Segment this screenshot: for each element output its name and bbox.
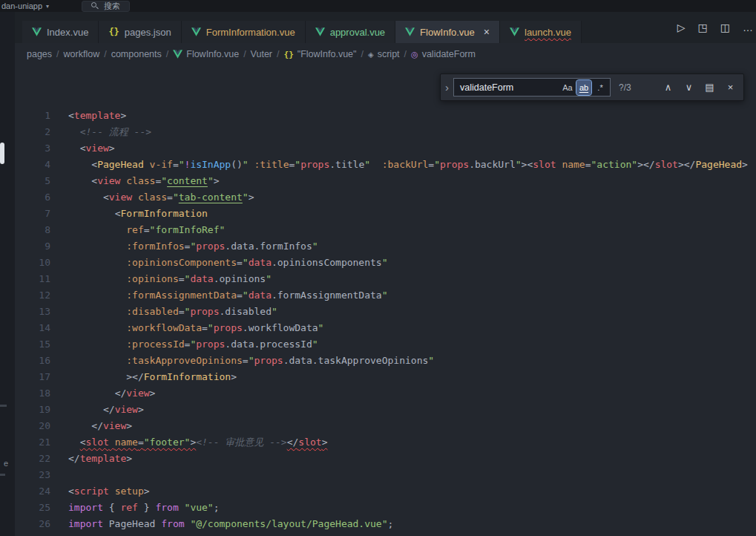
editor-tab-bar: Index.vue{}pages.jsonFormInformation.vue… [15, 12, 756, 43]
code-line-1[interactable]: 1<template> [15, 108, 756, 124]
breadcrumb-item-FlowInfo.vue[interactable]: {}"FlowInfo.vue" [284, 49, 357, 59]
line-number[interactable]: 25 [15, 500, 68, 516]
code-lines[interactable]: 1<template>2 <!-- 流程 -->3 <view>4 <PageH… [15, 108, 756, 532]
whole-word-button[interactable]: ab [576, 80, 591, 95]
line-number[interactable]: 13 [15, 304, 68, 320]
line-number[interactable]: 12 [15, 287, 68, 304]
code-line-10[interactable]: 10 :opinionsComponents="data.opinionsCom… [15, 255, 756, 271]
code-line-5[interactable]: 5 <view class="content"> [15, 173, 756, 189]
line-number[interactable]: 15 [15, 336, 68, 353]
breadcrumb-item-FlowInfo.vue[interactable]: FlowInfo.vue [173, 49, 239, 59]
run-button[interactable]: ▷ [677, 22, 686, 33]
line-number[interactable]: 7 [15, 206, 68, 222]
breadcrumb-item-pages[interactable]: pages [27, 49, 52, 59]
workspace-switcher[interactable]: dan-uniapp ▾ [1, 1, 49, 10]
line-number[interactable]: 22 [15, 451, 68, 467]
breadcrumb-item-workflow[interactable]: workflow [64, 49, 100, 59]
line-number[interactable]: 9 [15, 238, 68, 255]
breadcrumb-item-script[interactable]: ◈script [368, 49, 400, 59]
find-input[interactable]: validateForm Aa ab .* [453, 78, 611, 97]
code-line-15[interactable]: 15 :processId="props.data.processId" [15, 336, 756, 353]
breadcrumb-item-Vuter[interactable]: Vuter [251, 49, 272, 59]
line-number[interactable]: 1 [15, 108, 68, 124]
line-number[interactable]: 8 [15, 222, 68, 238]
code-line-20[interactable]: 20 </view> [15, 418, 756, 434]
line-number[interactable]: 16 [15, 353, 68, 369]
find-next-button[interactable]: ∨ [681, 79, 697, 95]
find-previous-button[interactable]: ∧ [660, 79, 676, 95]
tab-pages.json[interactable]: {}pages.json [99, 21, 181, 43]
line-number[interactable]: 11 [15, 271, 68, 287]
toggle-replace-chevron-icon[interactable]: › [441, 74, 453, 100]
code-line-3[interactable]: 3 <view> [15, 140, 756, 157]
code-editor[interactable]: › validateForm Aa ab .* ?/3 ∧ ∨ ▤ × 1<te… [15, 65, 756, 536]
tab-label: approval.vue [330, 27, 385, 38]
code-line-22[interactable]: 22</template> [15, 451, 756, 467]
code-line-11[interactable]: 11 :opinions="data.opinions" [15, 271, 756, 287]
code-line-24[interactable]: 24<script setup> [15, 483, 756, 500]
line-number[interactable]: 17 [15, 369, 68, 385]
tab-close-icon[interactable]: × [484, 27, 490, 37]
code-line-8[interactable]: 8 ref="formInfoRef" [15, 222, 756, 238]
tab-list: Index.vue{}pages.jsonFormInformation.vue… [22, 21, 582, 43]
line-number[interactable]: 20 [15, 418, 68, 434]
code-text: <PageHead v-if="!isInApp()" :title="prop… [68, 157, 748, 173]
more-actions-button[interactable]: … [743, 22, 753, 33]
line-number[interactable]: 21 [15, 434, 68, 451]
line-number[interactable]: 2 [15, 124, 68, 140]
code-text: <view class="content"> [68, 173, 220, 189]
regex-button[interactable]: .* [593, 80, 608, 95]
tab-label: Index.vue [47, 27, 88, 38]
split-editor-button[interactable]: ◫ [720, 22, 730, 33]
breadcrumb: pages/workflow/components/FlowInfo.vue/V… [15, 43, 756, 65]
line-number[interactable]: 14 [15, 320, 68, 336]
tab-approval.vue[interactable]: approval.vue [306, 21, 395, 43]
line-number[interactable]: 18 [15, 385, 68, 402]
tab-launch.vue[interactable]: launch.vue [500, 21, 582, 43]
line-number[interactable]: 4 [15, 157, 68, 173]
line-number[interactable]: 24 [15, 483, 68, 500]
match-case-button[interactable]: Aa [560, 80, 575, 95]
breadcrumb-item-components[interactable]: components [111, 49, 162, 59]
line-number[interactable]: 26 [15, 516, 68, 532]
tab-FormInformation.vue[interactable]: FormInformation.vue [182, 21, 306, 43]
code-text: import PageHead from "@/components/layou… [68, 516, 393, 532]
code-text: ></FormInformation> [68, 369, 237, 385]
code-line-2[interactable]: 2 <!-- 流程 --> [15, 124, 756, 140]
code-line-12[interactable]: 12 :formAssignmentData="data.formAssignm… [15, 287, 756, 304]
code-line-14[interactable]: 14 :workflowData="props.workflowData" [15, 320, 756, 336]
code-line-21[interactable]: 21 <slot name="footer"><!-- 审批意见 --></sl… [15, 434, 756, 451]
command-center-search[interactable]: 搜索 [82, 1, 130, 12]
code-line-9[interactable]: 9 :formInfos="props.data.formInfos" [15, 238, 756, 255]
code-line-17[interactable]: 17 ></FormInformation> [15, 369, 756, 385]
vscode-window: dan-uniapp ▾ 搜索 e Index.vue{}pages.jsonF… [0, 0, 756, 536]
line-number[interactable]: 6 [15, 189, 68, 206]
tab-Index.vue[interactable]: Index.vue [22, 21, 99, 43]
title-bar: dan-uniapp ▾ 搜索 [0, 0, 756, 12]
line-number[interactable]: 23 [15, 467, 68, 483]
code-line-16[interactable]: 16 :taskApproveOpinions="props.data.task… [15, 353, 756, 369]
find-close-button[interactable]: × [723, 79, 738, 95]
code-line-13[interactable]: 13 :disabled="props.disabled" [15, 304, 756, 320]
code-line-18[interactable]: 18 </view> [15, 385, 756, 402]
code-line-26[interactable]: 26import PageHead from "@/components/lay… [15, 516, 756, 532]
line-number[interactable]: 3 [15, 140, 68, 157]
line-number[interactable]: 5 [15, 173, 68, 189]
code-line-4[interactable]: 4 <PageHead v-if="!isInApp()" :title="pr… [15, 157, 756, 173]
code-line-7[interactable]: 7 <FormInformation [15, 206, 756, 222]
breadcrumb-item-validateForm[interactable]: ◎validateForm [411, 49, 476, 59]
code-line-6[interactable]: 6 <view class="tab-content"> [15, 189, 756, 206]
code-line-19[interactable]: 19 </view> [15, 402, 756, 418]
breadcrumb-label: "FlowInfo.vue" [298, 49, 357, 59]
line-number[interactable]: 10 [15, 255, 68, 271]
activity-bar-indicator[interactable] [0, 143, 4, 164]
code-text: </view> [68, 385, 155, 402]
open-changes-button[interactable]: ◳ [698, 22, 708, 33]
code-line-25[interactable]: 25import { ref } from "vue"; [15, 500, 756, 516]
breadcrumb-separator: / [243, 49, 246, 59]
breadcrumb-label: validateForm [422, 49, 476, 59]
code-line-23[interactable]: 23 [15, 467, 756, 483]
tab-FlowInfo.vue[interactable]: FlowInfo.vue× [395, 21, 500, 43]
line-number[interactable]: 19 [15, 402, 68, 418]
find-in-selection-icon[interactable]: ▤ [702, 79, 717, 95]
